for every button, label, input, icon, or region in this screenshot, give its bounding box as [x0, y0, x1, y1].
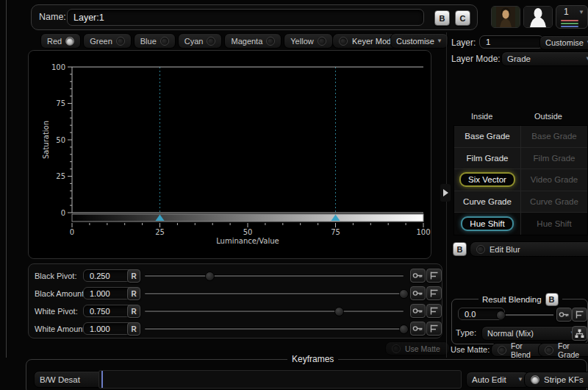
black-amount-lock-button[interactable]	[410, 286, 426, 300]
white-amount-reset-button[interactable]: R	[127, 322, 140, 336]
keyframe-timeline[interactable]	[98, 370, 462, 389]
white-pivot-handle[interactable]	[334, 307, 344, 316]
for-grade-checkbox[interactable]: For Grade	[538, 343, 588, 357]
black-amount-label: Black Amount:	[35, 289, 86, 298]
layer-number-input[interactable]: 1	[479, 35, 544, 49]
image-thumbnail[interactable]	[491, 6, 520, 28]
auto-edit-dropdown[interactable]: Auto Edit	[466, 372, 529, 388]
matte-silhouette	[524, 7, 552, 27]
black-pivot-row: Black Pivot: 0.250 R	[29, 269, 442, 283]
outside-curve-grade[interactable]: Curve Grade	[520, 191, 587, 213]
blend-slider-handle[interactable]	[496, 311, 506, 320]
white-amount-slider[interactable]	[145, 328, 404, 330]
timeline-playhead[interactable]	[101, 371, 103, 388]
layer-label: Layer:	[451, 38, 476, 48]
white-amount-lock-button[interactable]	[410, 322, 426, 336]
white-amount-animation-button[interactable]	[426, 322, 442, 336]
black-pivot-handle[interactable]	[205, 272, 215, 281]
inside-hue-shift-selected[interactable]: Hue Shift	[454, 213, 520, 235]
magenta-indicator	[266, 37, 275, 46]
inside-six-vector-selected[interactable]: Six Vector	[454, 169, 520, 191]
matte-thumbnail[interactable]	[523, 6, 553, 28]
panel-expand-arrow[interactable]	[440, 184, 451, 202]
blend-type-dropdown[interactable]: Normal (Mix)	[481, 326, 581, 341]
cyan-indicator	[207, 37, 215, 46]
layer-name-input[interactable]: Layer:1	[67, 9, 424, 26]
outside-film-grade[interactable]: Film Grade	[520, 148, 587, 170]
black-pivot-slider[interactable]	[145, 275, 404, 277]
name-label: Name:	[39, 12, 66, 22]
node-tree-button[interactable]	[572, 326, 587, 341]
left-edge-divider	[6, 0, 7, 358]
customise-dropdown-left[interactable]: Customise	[390, 33, 448, 49]
chevron-down-icon	[585, 56, 588, 62]
chevron-down-icon	[437, 38, 442, 44]
inside-curve-grade[interactable]: Curve Grade	[454, 191, 520, 213]
blend-lock-button[interactable]	[556, 308, 572, 322]
edit-blur-checkbox[interactable]: Edit Blur	[470, 241, 588, 257]
layer-mode-dropdown[interactable]: Grade	[501, 52, 588, 66]
right-arrow-icon	[443, 189, 448, 196]
green-stripe-icon	[561, 23, 578, 24]
chevron-down-icon	[578, 10, 584, 15]
black-pivot-animation-button[interactable]	[426, 269, 442, 283]
use-matte-indicator	[392, 344, 401, 353]
tab-magenta[interactable]: Magenta	[224, 33, 282, 49]
b-button[interactable]: B	[434, 10, 450, 26]
red-indicator	[65, 37, 74, 46]
white-amount-handle[interactable]	[399, 325, 409, 334]
black-pivot-label: Black Pivot:	[35, 272, 76, 280]
outside-video-grade[interactable]: Video Grade	[520, 169, 587, 191]
pivot-sliders-panel: Black Pivot: 0.250 R Black Amount: 1.000…	[28, 263, 442, 338]
outside-hue-shift[interactable]: Hue Shift	[520, 213, 587, 235]
tab-blue[interactable]: Blue	[134, 33, 176, 49]
white-amount-row: White Amount: 1.000 R	[29, 322, 442, 336]
blue-stripe-icon	[561, 26, 578, 27]
svg-text:0: 0	[70, 228, 74, 236]
layer-count: 1	[564, 7, 569, 17]
black-amount-slider[interactable]	[145, 293, 404, 294]
white-amount-label: White Amount:	[35, 325, 87, 333]
tab-green[interactable]: Green	[83, 33, 132, 49]
tab-cyan[interactable]: Cyan	[178, 33, 223, 49]
svg-text:75: 75	[56, 99, 65, 107]
layer-mode-label: Layer Mode:	[451, 54, 501, 64]
white-pivot-lock-button[interactable]	[410, 304, 426, 318]
svg-text:0: 0	[61, 209, 65, 217]
inside-base-grade[interactable]: Base Grade	[454, 126, 520, 148]
stripe-kfs-checkbox[interactable]: Stripe KFs	[524, 372, 588, 388]
inside-film-grade[interactable]: Film Grade	[454, 148, 520, 170]
c-button[interactable]: C	[455, 10, 470, 26]
outside-column-header: Outside	[534, 112, 562, 121]
for-grade-indicator	[545, 346, 553, 355]
white-pivot-animation-button[interactable]	[426, 304, 442, 318]
use-matte-label: Use Matte:	[451, 345, 490, 354]
yellow-indicator	[318, 37, 326, 46]
black-pivot-reset-button[interactable]: R	[127, 269, 140, 283]
white-pivot-reset-button[interactable]: R	[127, 305, 140, 318]
saturation-luminance-chart: 02550751000255075100Luminance/ValueSatur…	[29, 51, 431, 258]
svg-text:75: 75	[331, 228, 340, 236]
tab-red[interactable]: Red	[40, 33, 81, 49]
result-blending-b-button[interactable]: B	[545, 293, 559, 306]
layer-count-menu[interactable]: 1	[556, 5, 588, 29]
white-pivot-slider[interactable]	[145, 311, 404, 312]
black-pivot-lock-button[interactable]	[410, 269, 426, 283]
edit-blur-indicator	[476, 245, 485, 254]
type-label: Type:	[456, 328, 476, 337]
grade-type-table: Base Grade Base Grade Film Grade Film Gr…	[453, 125, 588, 235]
blend-animation-button[interactable]	[572, 308, 587, 322]
result-blending-title: Result Blending B	[478, 293, 562, 306]
black-amount-handle[interactable]	[399, 289, 409, 299]
customise-dropdown-right[interactable]: Customise	[539, 35, 588, 50]
blue-indicator	[160, 37, 169, 46]
portrait-image	[492, 7, 520, 27]
black-amount-animation-button[interactable]	[426, 286, 442, 300]
blend-slider[interactable]	[501, 314, 553, 316]
black-amount-reset-button[interactable]: R	[127, 287, 140, 300]
tab-yellow[interactable]: Yellow	[284, 33, 332, 49]
stripe-kfs-indicator	[531, 375, 539, 384]
outside-base-grade[interactable]: Base Grade	[520, 126, 587, 148]
inside-column-header: Inside	[471, 112, 492, 121]
blur-b-button[interactable]: B	[453, 242, 467, 256]
